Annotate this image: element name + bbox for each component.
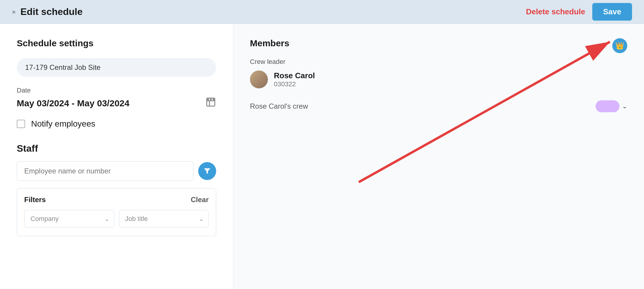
crew-name: Rose Carol [274, 71, 315, 80]
save-button[interactable]: Save [592, 3, 632, 21]
staff-section-title: Staff [17, 143, 216, 154]
right-panel: Members Crew leader Rose Carol 030322 👑 … [233, 24, 644, 289]
left-panel: Schedule settings Date May 03/2024 - May… [0, 24, 233, 289]
date-row: May 03/2024 - May 03/2024 [17, 97, 216, 110]
svg-point-4 [210, 99, 211, 100]
crew-number: 030322 [274, 80, 315, 88]
svg-point-5 [213, 99, 214, 100]
notify-employees-checkbox[interactable] [17, 120, 25, 128]
crew-dropdown-button[interactable]: ⌄ [622, 102, 627, 110]
date-label: Date [17, 87, 216, 94]
members-title: Members [250, 38, 627, 48]
chevron-icon[interactable]: » [12, 8, 16, 16]
filter-circle-button[interactable] [198, 162, 216, 180]
job-title-filter-select[interactable]: Job title [119, 210, 209, 227]
crew-info: Rose Carol 030322 [274, 71, 315, 88]
crown-icon: 👑 [612, 38, 627, 53]
notify-row: Notify employees [17, 119, 216, 129]
date-filter-icon-button[interactable] [205, 97, 216, 110]
company-filter-select[interactable]: Company [24, 210, 114, 227]
crew-leader-label: Crew leader [250, 58, 627, 66]
filters-box: Filters Clear Company Job title [17, 188, 216, 236]
search-row [17, 161, 216, 181]
filters-header: Filters Clear [24, 196, 209, 204]
header: » Edit schedule Delete schedule Save [0, 0, 644, 24]
rose-carol-crew-label: Rose Carol's crew [250, 102, 308, 110]
clear-filters-button[interactable]: Clear [191, 196, 209, 204]
notify-employees-label: Notify employees [31, 119, 95, 129]
header-right: Delete schedule Save [526, 3, 632, 21]
employee-search-input[interactable] [17, 161, 193, 181]
job-title-filter-wrapper: Job title [119, 210, 209, 227]
main-layout: Schedule settings Date May 03/2024 - May… [0, 24, 644, 289]
delete-schedule-button[interactable]: Delete schedule [526, 7, 585, 16]
date-value: May 03/2024 - May 03/2024 [17, 98, 129, 108]
filters-selects: Company Job title [24, 210, 209, 227]
filters-label: Filters [24, 196, 46, 204]
avatar [250, 70, 268, 88]
crew-pill [596, 100, 619, 112]
header-left: » Edit schedule [12, 6, 83, 17]
crew-dropdown: ⌄ [596, 100, 627, 112]
crew-leader-row: Rose Carol 030322 [250, 70, 627, 88]
svg-point-3 [208, 99, 209, 100]
schedule-settings-title: Schedule settings [17, 38, 216, 48]
rose-carol-crew-row: Rose Carol's crew ⌄ [250, 100, 627, 112]
avatar-image [250, 70, 268, 88]
page-title: Edit schedule [20, 6, 83, 17]
job-site-input[interactable] [17, 58, 216, 77]
company-filter-wrapper: Company [24, 210, 114, 227]
